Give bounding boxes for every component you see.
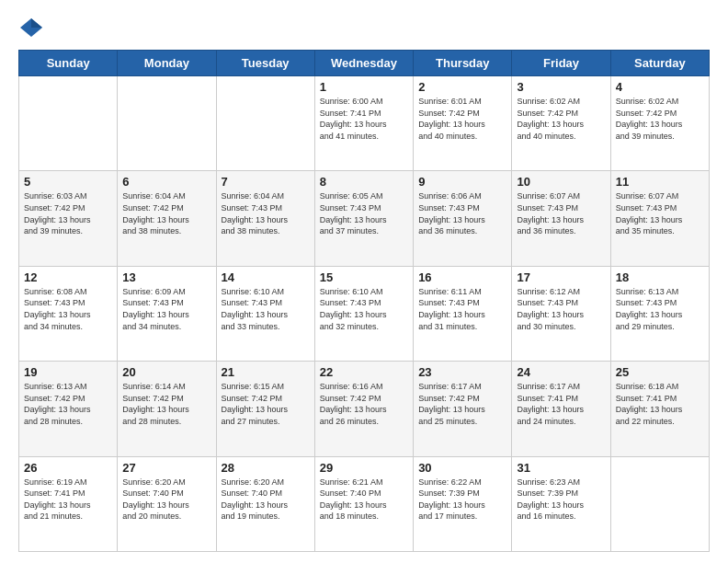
day-number: 29 — [320, 461, 408, 475]
day-info: Sunrise: 6:19 AM Sunset: 7:41 PM Dayligh… — [24, 477, 112, 523]
calendar-cell: 1Sunrise: 6:00 AM Sunset: 7:41 PM Daylig… — [314, 76, 413, 171]
calendar-cell: 27Sunrise: 6:20 AM Sunset: 7:40 PM Dayli… — [118, 456, 216, 551]
day-info: Sunrise: 6:07 AM Sunset: 7:43 PM Dayligh… — [616, 190, 704, 236]
day-number: 14 — [222, 270, 310, 284]
day-info: Sunrise: 6:13 AM Sunset: 7:42 PM Dayligh… — [24, 381, 112, 427]
calendar-cell: 21Sunrise: 6:15 AM Sunset: 7:42 PM Dayli… — [216, 362, 314, 456]
calendar-cell: 3Sunrise: 6:02 AM Sunset: 7:42 PM Daylig… — [512, 76, 610, 171]
day-number: 20 — [122, 365, 210, 379]
day-number: 30 — [418, 461, 506, 475]
day-info: Sunrise: 6:17 AM Sunset: 7:42 PM Dayligh… — [418, 381, 506, 427]
day-info: Sunrise: 6:11 AM Sunset: 7:43 PM Dayligh… — [418, 286, 506, 332]
day-info: Sunrise: 6:15 AM Sunset: 7:42 PM Dayligh… — [222, 381, 310, 427]
day-number: 25 — [616, 365, 704, 379]
day-info: Sunrise: 6:23 AM Sunset: 7:39 PM Dayligh… — [517, 477, 605, 523]
calendar-table: SundayMondayTuesdayWednesdayThursdayFrid… — [18, 50, 710, 552]
calendar-cell: 30Sunrise: 6:22 AM Sunset: 7:39 PM Dayli… — [414, 456, 512, 551]
calendar-body: 1Sunrise: 6:00 AM Sunset: 7:41 PM Daylig… — [19, 76, 710, 552]
weekday-header: Thursday — [414, 51, 512, 76]
calendar-cell — [19, 76, 118, 171]
weekday-header: Sunday — [19, 51, 118, 76]
day-info: Sunrise: 6:10 AM Sunset: 7:43 PM Dayligh… — [320, 286, 408, 332]
calendar-cell — [610, 456, 709, 551]
calendar-cell: 9Sunrise: 6:06 AM Sunset: 7:43 PM Daylig… — [414, 171, 512, 266]
day-number: 3 — [517, 80, 605, 94]
day-number: 28 — [222, 461, 310, 475]
calendar-cell: 13Sunrise: 6:09 AM Sunset: 7:43 PM Dayli… — [118, 266, 216, 361]
day-number: 27 — [122, 461, 210, 475]
day-number: 5 — [24, 175, 112, 189]
calendar-cell: 28Sunrise: 6:20 AM Sunset: 7:40 PM Dayli… — [216, 456, 314, 551]
day-info: Sunrise: 6:21 AM Sunset: 7:40 PM Dayligh… — [320, 477, 408, 523]
day-info: Sunrise: 6:06 AM Sunset: 7:43 PM Dayligh… — [418, 190, 506, 236]
day-number: 16 — [418, 270, 506, 284]
calendar-cell: 16Sunrise: 6:11 AM Sunset: 7:43 PM Dayli… — [414, 266, 512, 361]
calendar-cell: 29Sunrise: 6:21 AM Sunset: 7:40 PM Dayli… — [314, 456, 413, 551]
day-info: Sunrise: 6:12 AM Sunset: 7:43 PM Dayligh… — [517, 286, 605, 332]
calendar-cell: 26Sunrise: 6:19 AM Sunset: 7:41 PM Dayli… — [19, 456, 118, 551]
calendar-cell: 17Sunrise: 6:12 AM Sunset: 7:43 PM Dayli… — [512, 266, 610, 361]
calendar-week-row: 5Sunrise: 6:03 AM Sunset: 7:42 PM Daylig… — [19, 171, 710, 266]
calendar-cell: 25Sunrise: 6:18 AM Sunset: 7:41 PM Dayli… — [610, 362, 709, 456]
weekday-header: Friday — [512, 51, 610, 76]
calendar-cell: 22Sunrise: 6:16 AM Sunset: 7:42 PM Dayli… — [314, 362, 413, 456]
day-number: 9 — [418, 175, 506, 189]
day-info: Sunrise: 6:18 AM Sunset: 7:41 PM Dayligh… — [616, 381, 704, 427]
calendar-cell: 18Sunrise: 6:13 AM Sunset: 7:43 PM Dayli… — [610, 266, 709, 361]
day-info: Sunrise: 6:00 AM Sunset: 7:41 PM Dayligh… — [320, 96, 408, 142]
day-number: 12 — [24, 270, 112, 284]
day-info: Sunrise: 6:20 AM Sunset: 7:40 PM Dayligh… — [122, 477, 210, 523]
day-info: Sunrise: 6:04 AM Sunset: 7:42 PM Dayligh… — [122, 190, 210, 236]
day-number: 23 — [418, 365, 506, 379]
calendar-cell: 23Sunrise: 6:17 AM Sunset: 7:42 PM Dayli… — [414, 362, 512, 456]
logo-icon — [18, 15, 44, 40]
calendar-cell: 10Sunrise: 6:07 AM Sunset: 7:43 PM Dayli… — [512, 171, 610, 266]
calendar-header: SundayMondayTuesdayWednesdayThursdayFrid… — [19, 51, 710, 76]
weekday-header: Saturday — [610, 51, 709, 76]
calendar-cell: 24Sunrise: 6:17 AM Sunset: 7:41 PM Dayli… — [512, 362, 610, 456]
calendar-cell: 2Sunrise: 6:01 AM Sunset: 7:42 PM Daylig… — [414, 76, 512, 171]
calendar-cell: 11Sunrise: 6:07 AM Sunset: 7:43 PM Dayli… — [610, 171, 709, 266]
day-number: 19 — [24, 365, 112, 379]
day-number: 7 — [222, 175, 310, 189]
day-info: Sunrise: 6:01 AM Sunset: 7:42 PM Dayligh… — [418, 96, 506, 142]
day-info: Sunrise: 6:13 AM Sunset: 7:43 PM Dayligh… — [616, 286, 704, 332]
calendar-cell: 12Sunrise: 6:08 AM Sunset: 7:43 PM Dayli… — [19, 266, 118, 361]
day-number: 13 — [122, 270, 210, 284]
day-info: Sunrise: 6:02 AM Sunset: 7:42 PM Dayligh… — [517, 96, 605, 142]
logo — [18, 15, 48, 40]
day-info: Sunrise: 6:08 AM Sunset: 7:43 PM Dayligh… — [24, 286, 112, 332]
calendar-cell — [216, 76, 314, 171]
weekday-header: Monday — [118, 51, 216, 76]
day-number: 22 — [320, 365, 408, 379]
day-number: 8 — [320, 175, 408, 189]
calendar-cell: 6Sunrise: 6:04 AM Sunset: 7:42 PM Daylig… — [118, 171, 216, 266]
day-number: 1 — [320, 80, 408, 94]
calendar-cell — [118, 76, 216, 171]
day-info: Sunrise: 6:22 AM Sunset: 7:39 PM Dayligh… — [418, 477, 506, 523]
calendar-cell: 20Sunrise: 6:14 AM Sunset: 7:42 PM Dayli… — [118, 362, 216, 456]
day-number: 4 — [616, 80, 704, 94]
day-number: 15 — [320, 270, 408, 284]
day-number: 18 — [616, 270, 704, 284]
calendar-week-row: 1Sunrise: 6:00 AM Sunset: 7:41 PM Daylig… — [19, 76, 710, 171]
day-info: Sunrise: 6:17 AM Sunset: 7:41 PM Dayligh… — [517, 381, 605, 427]
day-info: Sunrise: 6:20 AM Sunset: 7:40 PM Dayligh… — [222, 477, 310, 523]
calendar-cell: 7Sunrise: 6:04 AM Sunset: 7:43 PM Daylig… — [216, 171, 314, 266]
weekday-header-row: SundayMondayTuesdayWednesdayThursdayFrid… — [19, 51, 710, 76]
day-info: Sunrise: 6:05 AM Sunset: 7:43 PM Dayligh… — [320, 190, 408, 236]
weekday-header: Wednesday — [314, 51, 413, 76]
calendar-cell: 8Sunrise: 6:05 AM Sunset: 7:43 PM Daylig… — [314, 171, 413, 266]
calendar-week-row: 19Sunrise: 6:13 AM Sunset: 7:42 PM Dayli… — [19, 362, 710, 456]
day-number: 26 — [24, 461, 112, 475]
calendar-cell: 19Sunrise: 6:13 AM Sunset: 7:42 PM Dayli… — [19, 362, 118, 456]
day-info: Sunrise: 6:03 AM Sunset: 7:42 PM Dayligh… — [24, 190, 112, 236]
day-info: Sunrise: 6:14 AM Sunset: 7:42 PM Dayligh… — [122, 381, 210, 427]
calendar-cell: 5Sunrise: 6:03 AM Sunset: 7:42 PM Daylig… — [19, 171, 118, 266]
day-number: 24 — [517, 365, 605, 379]
header — [18, 15, 710, 40]
day-info: Sunrise: 6:02 AM Sunset: 7:42 PM Dayligh… — [616, 96, 704, 142]
calendar-week-row: 26Sunrise: 6:19 AM Sunset: 7:41 PM Dayli… — [19, 456, 710, 551]
calendar-week-row: 12Sunrise: 6:08 AM Sunset: 7:43 PM Dayli… — [19, 266, 710, 361]
day-number: 2 — [418, 80, 506, 94]
